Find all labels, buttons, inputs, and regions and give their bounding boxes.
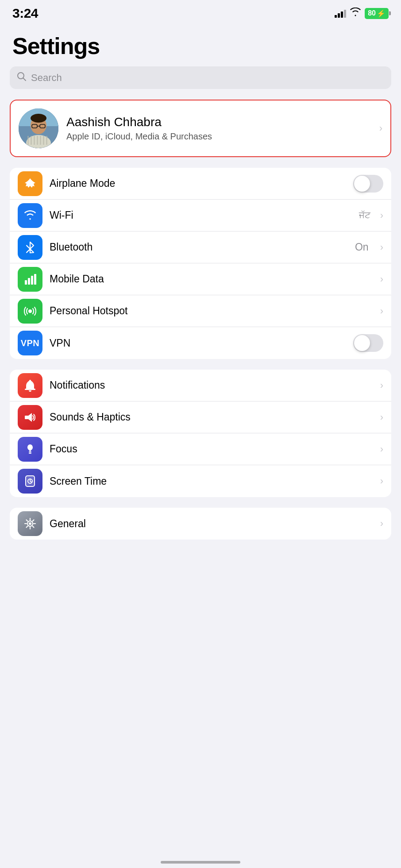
screen-time-icon (18, 469, 42, 494)
bluetooth-chevron-icon: › (380, 242, 383, 253)
personal-hotspot-icon (18, 299, 42, 324)
notifications-chevron-icon: › (380, 380, 383, 391)
settings-item-screen-time[interactable]: Screen Time › (10, 465, 391, 497)
search-icon (17, 72, 27, 84)
svg-rect-9 (34, 136, 35, 145)
settings-item-general[interactable]: General › (10, 508, 391, 540)
svg-rect-22 (34, 274, 36, 285)
general-chevron-icon: › (380, 518, 383, 529)
wifi-network-value: ਜੱਟ (359, 210, 370, 220)
svg-rect-21 (31, 276, 33, 285)
personal-hotspot-chevron-icon: › (380, 305, 383, 317)
svg-rect-20 (28, 278, 30, 285)
notifications-label: Notifications (50, 379, 371, 391)
page-title: Settings (12, 33, 389, 59)
svg-rect-12 (43, 136, 44, 145)
search-placeholder-text: Search (31, 72, 62, 84)
focus-label: Focus (50, 443, 371, 455)
wifi-icon (18, 203, 42, 228)
settings-item-mobile-data[interactable]: Mobile Data › (10, 263, 391, 295)
sounds-haptics-label: Sounds & Haptics (50, 411, 371, 423)
bluetooth-value: On (355, 241, 369, 253)
settings-item-airplane-mode[interactable]: Airplane Mode (10, 168, 391, 200)
wifi-status-icon (350, 8, 361, 19)
mobile-data-label: Mobile Data (50, 273, 371, 285)
screen-time-chevron-icon: › (380, 475, 383, 487)
network-settings-group: Airplane Mode Wi-Fi ਜੱਟ › Bluetooth On › (10, 168, 391, 359)
focus-chevron-icon: › (380, 444, 383, 455)
svg-rect-26 (25, 416, 28, 419)
airplane-mode-icon (18, 171, 42, 196)
vpn-toggle[interactable] (353, 334, 383, 352)
profile-chevron-icon: › (379, 123, 382, 134)
status-bar: 3:24 80 ⚡ (0, 0, 401, 24)
battery-charging-icon: ⚡ (377, 9, 386, 18)
svg-point-15 (31, 114, 46, 123)
settings-item-focus[interactable]: Focus › (10, 433, 391, 465)
wifi-chevron-icon: › (380, 210, 383, 221)
notifications-icon (18, 373, 42, 398)
sounds-haptics-icon (18, 405, 42, 430)
svg-point-25 (29, 380, 31, 382)
profile-name: Aashish Chhabra (66, 115, 371, 129)
screen-time-label: Screen Time (50, 475, 371, 487)
settings-item-personal-hotspot[interactable]: Personal Hotspot › (10, 295, 391, 327)
focus-icon (18, 437, 42, 462)
bluetooth-label: Bluetooth (50, 241, 348, 253)
svg-rect-7 (27, 136, 29, 145)
personal-hotspot-label: Personal Hotspot (50, 305, 371, 317)
svg-point-23 (28, 309, 32, 313)
vpn-text-label: VPN (21, 338, 40, 348)
svg-rect-24 (25, 389, 35, 390)
svg-rect-13 (46, 136, 47, 145)
settings-item-vpn[interactable]: VPN VPN (10, 327, 391, 359)
settings-item-notifications[interactable]: Notifications › (10, 370, 391, 401)
settings-item-bluetooth[interactable]: Bluetooth On › (10, 231, 391, 263)
general-icon (18, 511, 42, 536)
settings-item-sounds-haptics[interactable]: Sounds & Haptics › (10, 401, 391, 433)
system-settings-group: Notifications › Sounds & Haptics › Focus… (10, 370, 391, 497)
mobile-data-icon (18, 267, 42, 292)
svg-marker-27 (28, 413, 32, 422)
vpn-icon: VPN (18, 331, 42, 355)
avatar (19, 108, 58, 148)
svg-rect-8 (31, 136, 32, 145)
signal-icon (335, 9, 346, 18)
general-label: General (50, 518, 371, 530)
airplane-mode-label: Airplane Mode (50, 177, 346, 189)
sounds-haptics-chevron-icon: › (380, 412, 383, 423)
settings-item-wifi[interactable]: Wi-Fi ਜੱਟ › (10, 200, 391, 231)
search-bar[interactable]: Search (10, 66, 391, 89)
svg-rect-10 (37, 136, 38, 145)
svg-line-1 (23, 78, 26, 81)
mobile-data-chevron-icon: › (380, 274, 383, 285)
svg-rect-19 (25, 280, 27, 285)
svg-point-35 (29, 522, 31, 525)
profile-card[interactable]: Aashish Chhabra Apple ID, iCloud, Media … (10, 100, 391, 157)
vpn-label: VPN (50, 337, 346, 349)
svg-rect-11 (40, 136, 41, 145)
home-indicator (161, 861, 240, 864)
page-title-section: Settings (0, 24, 401, 66)
svg-rect-29 (29, 453, 31, 454)
profile-subtitle: Apple ID, iCloud, Media & Purchases (66, 131, 371, 142)
svg-rect-28 (29, 451, 31, 452)
search-container: Search (0, 66, 401, 100)
airplane-mode-toggle[interactable] (353, 175, 383, 193)
status-icons: 80 ⚡ (335, 8, 389, 19)
bluetooth-icon (18, 235, 42, 260)
battery-indicator: 80 ⚡ (365, 8, 389, 19)
profile-info: Aashish Chhabra Apple ID, iCloud, Media … (66, 115, 371, 142)
battery-level: 80 (368, 9, 376, 17)
general-settings-group: General › (10, 508, 391, 540)
status-time: 3:24 (12, 6, 38, 21)
wifi-label: Wi-Fi (50, 209, 352, 221)
